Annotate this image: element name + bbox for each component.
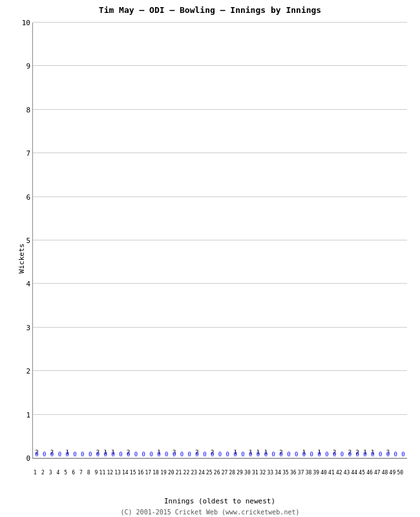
y-tick-4: 4 xyxy=(26,280,30,288)
bar-zero-20: 0 xyxy=(173,451,176,458)
x-tick-34: 34 xyxy=(275,470,281,476)
chart-title: Tim May – ODI – Bowling – Innings by Inn… xyxy=(0,0,420,17)
x-tick-16: 16 xyxy=(138,470,144,476)
gridline-4 xyxy=(33,283,407,284)
y-tick-3: 3 xyxy=(26,323,30,332)
gridline-6 xyxy=(33,196,407,197)
bar-zero-17: 0 xyxy=(149,451,152,458)
bar-zero-38: 0 xyxy=(310,451,313,458)
x-tick-25: 25 xyxy=(206,470,213,476)
bar-zero-45: 0 xyxy=(363,451,366,458)
bar-zero-35: 0 xyxy=(287,451,290,458)
gridline-10 xyxy=(33,22,407,23)
x-tick-9: 9 xyxy=(95,470,98,476)
x-tick-39: 39 xyxy=(313,470,319,476)
x-tick-41: 41 xyxy=(328,470,335,476)
x-tick-4: 4 xyxy=(57,470,60,476)
x-tick-19: 19 xyxy=(160,470,167,476)
bar-zero-49: 0 xyxy=(394,451,397,458)
gridline-1 xyxy=(33,414,407,415)
x-tick-37: 37 xyxy=(298,470,304,476)
x-tick-7: 7 xyxy=(79,470,83,476)
x-tick-35: 35 xyxy=(282,470,289,476)
bar-zero-34: 0 xyxy=(279,451,282,458)
x-tick-18: 18 xyxy=(152,470,159,476)
x-tick-24: 24 xyxy=(198,470,205,476)
x-tick-46: 46 xyxy=(366,470,373,476)
y-tick-8: 8 xyxy=(26,105,30,114)
bar-zero-4: 0 xyxy=(58,451,61,458)
bar-zero-8: 0 xyxy=(89,451,92,458)
x-tick-15: 15 xyxy=(130,470,136,476)
bar-zero-12: 0 xyxy=(111,451,114,458)
chart-area: 0123456789102010220304105060708209101110… xyxy=(32,23,407,459)
x-tick-49: 49 xyxy=(390,470,396,476)
x-tick-14: 14 xyxy=(122,470,129,476)
bar-zero-32: 0 xyxy=(264,451,268,458)
x-tick-8: 8 xyxy=(87,470,90,476)
bar-zero-27: 0 xyxy=(226,451,229,458)
bar-zero-9: 0 xyxy=(96,451,100,458)
bar-zero-40: 0 xyxy=(325,451,328,458)
x-tick-12: 12 xyxy=(107,470,113,476)
bar-zero-18: 0 xyxy=(157,451,160,458)
bar-zero-5: 0 xyxy=(65,451,68,458)
x-tick-27: 27 xyxy=(222,470,228,476)
x-tick-5: 5 xyxy=(64,470,67,476)
gridline-0 xyxy=(33,458,407,458)
x-tick-50: 50 xyxy=(397,470,403,476)
y-tick-7: 7 xyxy=(26,149,30,158)
bar-zero-48: 0 xyxy=(386,451,390,458)
gridline-8 xyxy=(33,109,407,110)
bar-zero-7: 0 xyxy=(81,451,84,458)
x-tick-43: 43 xyxy=(344,470,350,476)
bar-zero-31: 0 xyxy=(257,451,260,458)
bar-zero-14: 0 xyxy=(127,451,130,458)
bar-zero-50: 0 xyxy=(401,451,404,458)
bar-zero-36: 0 xyxy=(295,451,298,458)
y-tick-10: 10 xyxy=(22,19,30,27)
x-tick-6: 6 xyxy=(72,470,75,476)
gridline-2 xyxy=(33,370,407,371)
x-tick-3: 3 xyxy=(49,470,52,476)
y-tick-9: 9 xyxy=(26,62,30,70)
bar-zero-15: 0 xyxy=(134,451,138,458)
bar-zero-16: 0 xyxy=(142,451,145,458)
x-tick-11: 11 xyxy=(100,470,106,476)
bar-zero-21: 0 xyxy=(180,451,184,458)
bar-zero-23: 0 xyxy=(195,451,198,458)
y-tick-1: 1 xyxy=(26,410,30,419)
bar-zero-41: 0 xyxy=(333,451,336,458)
bar-zero-25: 0 xyxy=(211,451,214,458)
y-axis-label: Wickets xyxy=(17,244,26,273)
bar-zero-6: 0 xyxy=(73,451,76,458)
bar-zero-19: 0 xyxy=(165,451,168,458)
bar-zero-43: 0 xyxy=(348,451,352,458)
bar-zero-26: 0 xyxy=(218,451,222,458)
x-tick-21: 21 xyxy=(176,470,182,476)
y-tick-5: 5 xyxy=(26,237,30,245)
x-tick-45: 45 xyxy=(359,470,365,476)
bar-zero-39: 0 xyxy=(317,451,320,458)
x-tick-22: 22 xyxy=(184,470,190,476)
chart-container: Tim May – ODI – Bowling – Innings by Inn… xyxy=(0,0,420,517)
gridline-5 xyxy=(33,240,407,240)
x-tick-17: 17 xyxy=(145,470,151,476)
x-tick-42: 42 xyxy=(336,470,342,476)
bar-zero-3: 0 xyxy=(50,451,54,458)
x-axis-label: Innings (oldest to newest) xyxy=(32,497,407,505)
x-tick-28: 28 xyxy=(229,470,235,476)
bar-zero-44: 0 xyxy=(355,451,359,458)
x-tick-44: 44 xyxy=(352,470,358,476)
x-tick-48: 48 xyxy=(382,470,388,476)
x-tick-47: 47 xyxy=(374,470,381,476)
y-tick-0: 0 xyxy=(26,454,30,463)
bar-zero-33: 0 xyxy=(271,451,275,458)
x-tick-20: 20 xyxy=(168,470,174,476)
x-tick-31: 31 xyxy=(252,470,258,476)
bar-zero-37: 0 xyxy=(302,451,306,458)
x-tick-33: 33 xyxy=(268,470,274,476)
bar-zero-24: 0 xyxy=(203,451,206,458)
x-tick-40: 40 xyxy=(320,470,327,476)
x-tick-2: 2 xyxy=(41,470,45,476)
